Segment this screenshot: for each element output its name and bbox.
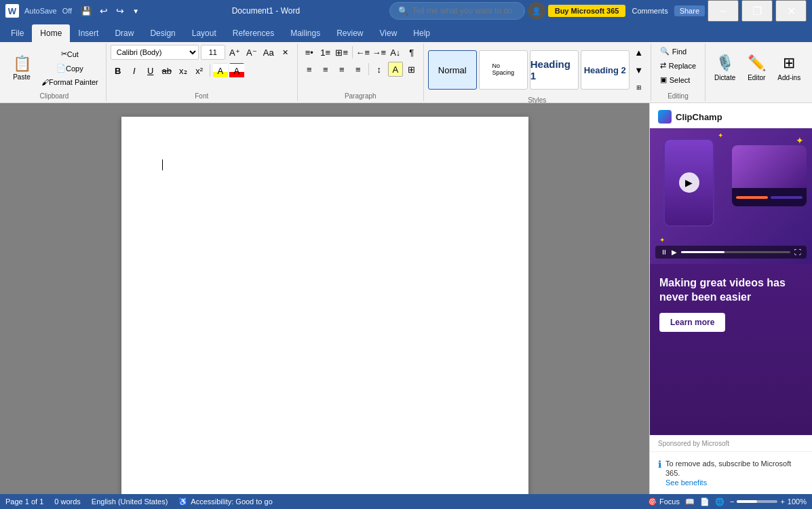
replace-button[interactable]: ⇄ Replace: [655, 59, 701, 72]
web-layout-icon[interactable]: 🌐: [715, 497, 724, 506]
zoom-level[interactable]: 100%: [788, 497, 807, 506]
styles-expand[interactable]: ⊞: [632, 80, 646, 95]
multilevel-button[interactable]: ⊞≡: [334, 45, 349, 60]
copy-button[interactable]: 📄 Copy: [38, 62, 102, 75]
page-info[interactable]: Page 1 of 1: [5, 497, 43, 506]
find-button[interactable]: 🔍 Find: [655, 45, 691, 58]
style-no-spacing-box[interactable]: NoSpacing: [479, 50, 528, 90]
subscript-button[interactable]: x₂: [176, 63, 191, 78]
format-painter-button[interactable]: 🖌 Format Painter: [38, 76, 102, 88]
tab-help[interactable]: Help: [405, 24, 438, 42]
pause-icon[interactable]: ⏸: [661, 248, 668, 256]
remove-ads-section: ℹ To remove ads, subscribe to Microsoft …: [650, 451, 812, 494]
replace-label: Replace: [669, 62, 696, 70]
justify-button[interactable]: ≡: [351, 62, 366, 77]
tab-file[interactable]: File: [3, 24, 32, 42]
document-content[interactable]: [162, 157, 488, 429]
font-size-input[interactable]: [201, 45, 225, 60]
border-button[interactable]: ⊞: [404, 62, 419, 77]
select-button[interactable]: ▣ Select: [655, 73, 695, 86]
align-center-button[interactable]: ≡: [318, 62, 333, 77]
tab-view[interactable]: View: [372, 24, 406, 42]
strikethrough-button[interactable]: ab: [159, 63, 174, 78]
undo-button[interactable]: ↩: [96, 4, 111, 18]
shading-button[interactable]: A: [388, 62, 403, 77]
increase-indent-button[interactable]: →≡: [372, 45, 387, 60]
word-count[interactable]: 0 words: [54, 497, 81, 506]
close-button[interactable]: ✕: [775, 0, 807, 22]
change-case-button[interactable]: Aa: [261, 45, 276, 60]
fullscreen-icon[interactable]: ⛶: [794, 248, 801, 256]
share-button[interactable]: Share: [674, 5, 705, 16]
clipchamp-promo: Making great videos has never been easie…: [650, 264, 812, 435]
italic-button[interactable]: I: [127, 63, 142, 78]
zoom-slider[interactable]: [737, 500, 777, 503]
search-input[interactable]: [412, 6, 514, 16]
minimize-button[interactable]: –: [708, 0, 739, 22]
autosave-toggle[interactable]: Off: [62, 7, 72, 15]
tab-insert[interactable]: Insert: [70, 24, 107, 42]
styles-up-arrow[interactable]: ▲: [632, 45, 646, 60]
addins-button[interactable]: ⊞ Add-ins: [773, 51, 805, 85]
numbering-button[interactable]: 1≡: [318, 45, 333, 60]
align-right-button[interactable]: ≡: [334, 62, 349, 77]
customize-button[interactable]: ▼: [129, 4, 142, 18]
accessibility-status[interactable]: ♿ Accessibility: Good to go: [178, 497, 272, 506]
style-normal-box[interactable]: Normal: [428, 50, 477, 90]
decrease-indent-button[interactable]: ←≡: [355, 45, 370, 60]
line-spacing-button[interactable]: ↕: [372, 62, 387, 77]
dictate-button[interactable]: 🎙️ Dictate: [710, 51, 740, 85]
decrease-font-button[interactable]: A⁻: [244, 45, 259, 60]
remove-ads-text-block: To remove ads, subscribe to Microsoft 36…: [665, 459, 804, 487]
document-area[interactable]: [0, 103, 649, 494]
search-bar[interactable]: 🔍: [389, 2, 525, 20]
dictate-label: Dictate: [714, 74, 735, 81]
font-color-button[interactable]: A: [229, 63, 244, 78]
tab-draw[interactable]: Draw: [107, 24, 142, 42]
bold-button[interactable]: B: [111, 63, 125, 78]
font-name-select[interactable]: Calibri (Body): [111, 45, 199, 60]
style-heading1-preview: Heading 1: [530, 58, 578, 81]
timeline-bar: [736, 196, 768, 199]
zoom-in-button[interactable]: +: [780, 497, 784, 506]
save-button[interactable]: 💾: [77, 4, 95, 18]
paste-button[interactable]: 📋 Paste: [7, 50, 37, 86]
superscript-button[interactable]: x²: [192, 63, 207, 78]
tab-review[interactable]: Review: [328, 24, 371, 42]
learn-more-button[interactable]: Learn more: [659, 313, 725, 332]
cut-button[interactable]: ✂ Cut: [38, 48, 102, 60]
align-left-button[interactable]: ≡: [302, 62, 317, 77]
language[interactable]: English (United States): [92, 497, 168, 506]
buy-button[interactable]: Buy Microsoft 365: [548, 5, 626, 17]
zoom-out-button[interactable]: −: [730, 497, 734, 506]
tab-references[interactable]: References: [225, 24, 282, 42]
comments-button[interactable]: Comments: [628, 5, 671, 16]
bullets-button[interactable]: ≡•: [302, 45, 317, 60]
style-heading2-box[interactable]: Heading 2: [581, 50, 630, 90]
tab-home[interactable]: Home: [32, 24, 70, 42]
play-icon[interactable]: ▶: [672, 248, 677, 256]
reading-view-icon[interactable]: 📖: [685, 497, 695, 506]
clear-format-button[interactable]: ✕: [278, 45, 293, 60]
tab-layout[interactable]: Layout: [184, 24, 225, 42]
profile-avatar[interactable]: 👤: [528, 2, 545, 20]
sort-button[interactable]: A↓: [388, 45, 403, 60]
redo-button[interactable]: ↪: [113, 4, 128, 18]
highlight-button[interactable]: A: [213, 63, 228, 78]
styles-down-arrow[interactable]: ▼: [632, 62, 646, 77]
editor-button[interactable]: ✏️ Editor: [741, 51, 771, 85]
tab-mailings[interactable]: Mailings: [282, 24, 328, 42]
tab-design[interactable]: Design: [142, 24, 183, 42]
focus-button[interactable]: 🎯 Focus: [648, 497, 680, 506]
underline-button[interactable]: U: [143, 63, 158, 78]
show-marks-button[interactable]: ¶: [404, 45, 419, 60]
format-painter-label: Format Painter: [49, 78, 98, 86]
video-card: [732, 145, 807, 206]
increase-font-button[interactable]: A⁺: [227, 45, 242, 60]
style-heading1-box[interactable]: Heading 1: [530, 50, 579, 90]
titlebar-right: 🔍 👤 Buy Microsoft 365 Comments Share – ❐…: [389, 0, 807, 22]
restore-button[interactable]: ❐: [741, 0, 773, 22]
document-page[interactable]: [121, 117, 528, 494]
print-layout-icon[interactable]: 📄: [700, 497, 710, 506]
see-benefits-link[interactable]: See benefits: [665, 478, 707, 487]
